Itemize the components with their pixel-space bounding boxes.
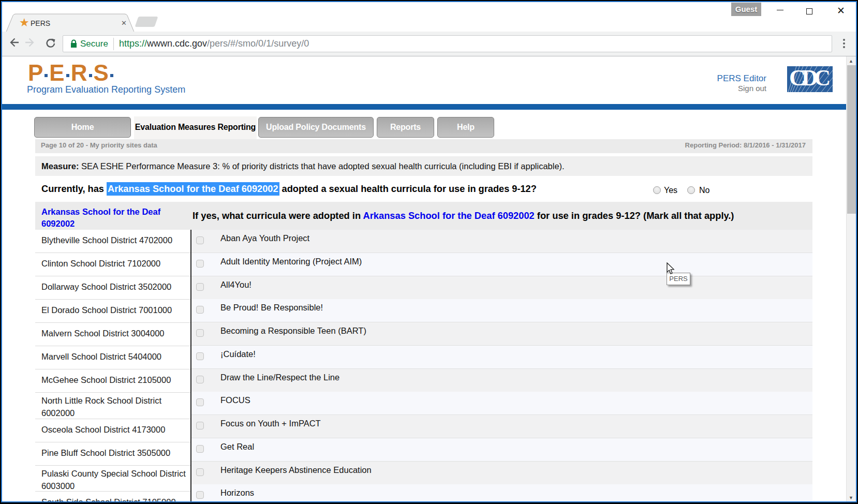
svg-text:CDC: CDC xyxy=(789,66,831,91)
